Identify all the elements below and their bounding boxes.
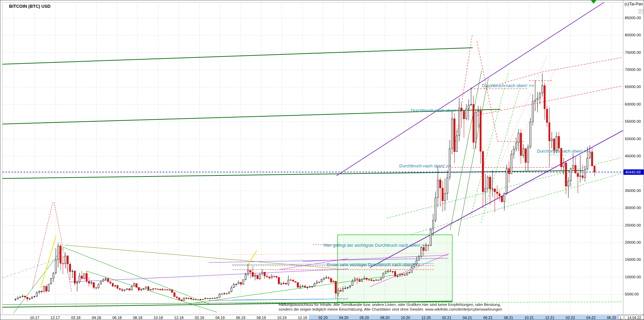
x-axis: 10.1712.1702.1804.1806.1808.1810.1812.18…: [0, 315, 644, 320]
x-axis-label: 04.22: [586, 316, 596, 320]
x-axis-label: 08.20: [380, 316, 390, 320]
y-axis-label: 30000.00: [625, 206, 641, 210]
annotation-text: Durchbruch nach oben! >>: [399, 163, 451, 168]
y-axis-label: 50000.00: [625, 137, 641, 141]
y-axis-label: 25000.00: [625, 223, 641, 227]
x-axis-label: 08.18: [133, 316, 143, 320]
x-axis-label: 04.21: [463, 316, 472, 320]
annotation-text: Durchbruch nach oben! >>: [482, 83, 534, 88]
y-axis-label: 5000.00: [625, 292, 639, 296]
copyright-label: (c)Tai-Pan: [625, 2, 643, 6]
annotation-text: Erster sehr wichtiger Durchbruch nach ob…: [327, 262, 420, 267]
x-axis-label: 10.17: [30, 316, 39, 320]
x-axis-label: 12.21: [545, 316, 555, 320]
y-axis-label: 10000.00: [625, 275, 641, 279]
y-axis-label: 45000.00: [625, 154, 641, 158]
x-axis-label: 10.21: [524, 316, 534, 320]
y-axis-label: 75000.00: [625, 50, 641, 54]
annotation-text: Hier gelingt der wichtigste Durchbruch n…: [324, 243, 427, 248]
y-axis-label: 85000.00: [625, 16, 641, 20]
disclaimer-line-2: sondern die zeigen lediglich meine Einsc…: [279, 307, 502, 312]
chart-window: BITCOIN (BTC) USD (c)Tai-Pan 85000.00800…: [0, 0, 644, 320]
y-axis-label: 15000.00: [625, 257, 641, 262]
annotation-text: Durchbruch nach oben! >>: [411, 108, 463, 113]
y-axis-label: 20000.00: [625, 240, 641, 244]
x-axis-label: 02.21: [442, 316, 451, 320]
x-axis-label: 06.18: [112, 316, 122, 320]
y-axis-label: 80000.00: [625, 33, 641, 37]
green-arrow-marker-icon: [591, 0, 596, 4]
cursor-date-box: 14.04.22: [625, 315, 644, 320]
x-axis-label: 02.22: [566, 316, 575, 320]
x-axis-label: 06.20: [360, 316, 369, 320]
last-price-tag: 40440.69: [623, 169, 644, 175]
x-axis-label: 12.17: [51, 316, 60, 320]
x-axis-label: 12.20: [421, 316, 431, 320]
x-axis-label: 04.18: [92, 316, 101, 320]
x-axis-label: 06.22: [607, 316, 616, 320]
x-axis-label: 10.19: [277, 316, 287, 320]
y-axis-label: 35000.00: [625, 189, 641, 193]
x-axis-label: 10.18: [154, 316, 163, 320]
x-axis-label: 04.20: [339, 316, 349, 320]
annotation-text: Durchbruch nach oben! >>: [537, 149, 589, 154]
x-axis-label: 02.19: [195, 316, 204, 320]
x-axis-label: 04.19: [215, 316, 225, 320]
x-axis-label: 12.18: [174, 316, 184, 320]
collapse-icon[interactable]: [639, 9, 643, 13]
disclaimer: Haftungsausschluss für Inhalte: Alle Tre…: [279, 303, 502, 312]
x-axis-label: 06.21: [483, 316, 493, 320]
y-axis-label: 60000.00: [625, 102, 641, 106]
x-axis-label: 02.20: [318, 316, 328, 320]
y-axis-label: 70000.00: [625, 68, 641, 72]
y-axis-label: 55000.00: [625, 119, 641, 123]
x-axis-label: 08.19: [257, 316, 266, 320]
cursor-mode-box[interactable]: L: [618, 315, 623, 320]
price-chart-canvas[interactable]: [0, 0, 644, 320]
y-axis-label: 65000.00: [625, 85, 641, 89]
disclaimer-line-1: Haftungsausschluss für Inhalte: Alle Tre…: [279, 303, 502, 307]
x-axis-label: 12.19: [298, 316, 307, 320]
x-axis-label: 06.19: [236, 316, 245, 320]
page-title: BITCOIN (BTC) USD: [9, 4, 51, 9]
x-axis-label: 08.21: [504, 316, 513, 320]
x-axis-label: 10.20: [401, 316, 410, 320]
x-axis-label: 02.18: [71, 316, 81, 320]
